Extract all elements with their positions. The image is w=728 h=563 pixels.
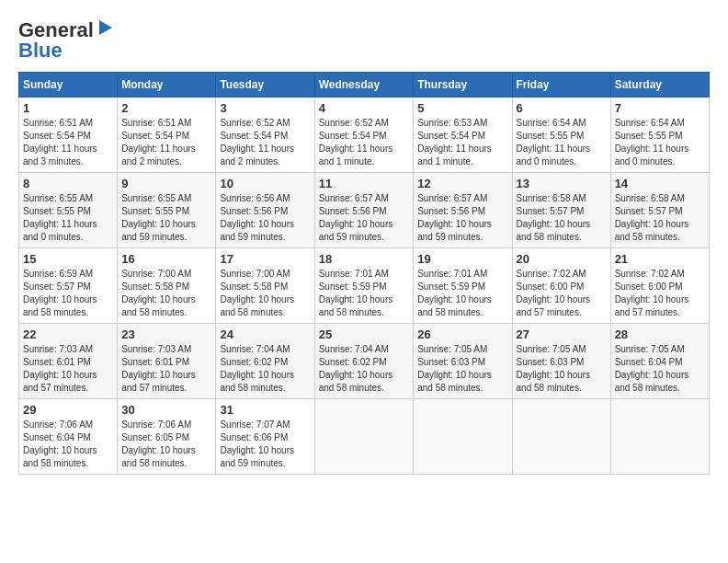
day-number: 30 <box>121 403 211 417</box>
day-info: Sunrise: 7:01 AMSunset: 5:59 PMDaylight:… <box>417 269 492 317</box>
day-number: 2 <box>121 101 211 115</box>
day-number: 3 <box>220 101 310 115</box>
day-number: 24 <box>220 327 310 341</box>
day-info: Sunrise: 6:57 AMSunset: 5:56 PMDaylight:… <box>417 193 492 242</box>
day-number: 20 <box>517 252 607 266</box>
day-info: Sunrise: 6:52 AMSunset: 5:54 PMDaylight:… <box>220 118 294 167</box>
calendar-cell <box>414 399 512 475</box>
day-number: 10 <box>220 177 310 190</box>
day-info: Sunrise: 6:53 AMSunset: 5:54 PMDaylight:… <box>417 118 492 167</box>
calendar-cell: 10 Sunrise: 6:56 AMSunset: 5:56 PMDaylig… <box>216 173 314 248</box>
day-info: Sunrise: 6:55 AMSunset: 5:55 PMDaylight:… <box>121 193 196 242</box>
calendar-cell: 14 Sunrise: 6:58 AMSunset: 5:57 PMDaylig… <box>610 173 709 248</box>
day-number: 17 <box>220 252 310 266</box>
day-info: Sunrise: 7:05 AMSunset: 6:03 PMDaylight:… <box>517 344 591 393</box>
calendar-cell: 22 Sunrise: 7:03 AMSunset: 6:01 PMDaylig… <box>19 324 118 399</box>
day-number: 31 <box>220 403 310 417</box>
day-number: 21 <box>615 252 705 266</box>
calendar-cell: 13 Sunrise: 6:58 AMSunset: 5:57 PMDaylig… <box>512 173 610 248</box>
day-number: 8 <box>23 177 113 190</box>
col-header-tuesday: Tuesday <box>216 73 314 98</box>
day-info: Sunrise: 7:04 AMSunset: 6:02 PMDaylight:… <box>220 344 294 393</box>
day-info: Sunrise: 6:58 AMSunset: 5:57 PMDaylight:… <box>517 193 591 242</box>
calendar-cell: 1 Sunrise: 6:51 AMSunset: 5:54 PMDayligh… <box>19 98 118 173</box>
day-number: 27 <box>517 327 607 341</box>
col-header-friday: Friday <box>512 73 610 98</box>
calendar-cell: 3 Sunrise: 6:52 AMSunset: 5:54 PMDayligh… <box>216 98 314 173</box>
calendar-cell: 12 Sunrise: 6:57 AMSunset: 5:56 PMDaylig… <box>414 173 512 248</box>
day-number: 6 <box>517 101 607 115</box>
day-info: Sunrise: 6:54 AMSunset: 5:55 PMDaylight:… <box>615 118 689 167</box>
col-header-thursday: Thursday <box>414 73 512 98</box>
calendar-cell: 26 Sunrise: 7:05 AMSunset: 6:03 PMDaylig… <box>414 324 512 399</box>
day-info: Sunrise: 7:05 AMSunset: 6:03 PMDaylight:… <box>417 344 492 393</box>
day-info: Sunrise: 7:00 AMSunset: 5:58 PMDaylight:… <box>121 269 196 317</box>
day-info: Sunrise: 7:01 AMSunset: 5:59 PMDaylight:… <box>319 269 393 317</box>
day-number: 18 <box>319 252 410 266</box>
day-info: Sunrise: 7:02 AMSunset: 6:00 PMDaylight:… <box>615 269 689 317</box>
day-info: Sunrise: 6:59 AMSunset: 5:57 PMDaylight:… <box>23 269 97 317</box>
day-number: 1 <box>23 101 113 115</box>
day-info: Sunrise: 7:05 AMSunset: 6:04 PMDaylight:… <box>615 344 689 393</box>
day-number: 28 <box>615 327 705 341</box>
day-number: 19 <box>417 252 507 266</box>
day-info: Sunrise: 7:02 AMSunset: 6:00 PMDaylight:… <box>517 269 591 317</box>
day-number: 16 <box>121 252 211 266</box>
calendar-cell: 16 Sunrise: 7:00 AMSunset: 5:58 PMDaylig… <box>118 248 216 324</box>
day-number: 5 <box>417 101 507 115</box>
day-info: Sunrise: 7:06 AMSunset: 6:05 PMDaylight:… <box>121 419 196 468</box>
day-info: Sunrise: 6:56 AMSunset: 5:56 PMDaylight:… <box>220 193 294 242</box>
day-number: 15 <box>23 252 113 266</box>
calendar-cell: 17 Sunrise: 7:00 AMSunset: 5:58 PMDaylig… <box>216 248 314 324</box>
calendar-cell <box>512 399 610 475</box>
day-info: Sunrise: 7:00 AMSunset: 5:58 PMDaylight:… <box>220 269 294 317</box>
calendar-cell: 23 Sunrise: 7:03 AMSunset: 6:01 PMDaylig… <box>118 324 216 399</box>
calendar-table: SundayMondayTuesdayWednesdayThursdayFrid… <box>18 72 710 475</box>
day-info: Sunrise: 6:51 AMSunset: 5:54 PMDaylight:… <box>23 118 97 167</box>
day-info: Sunrise: 7:03 AMSunset: 6:01 PMDaylight:… <box>23 344 97 393</box>
day-info: Sunrise: 7:03 AMSunset: 6:01 PMDaylight:… <box>121 344 196 393</box>
calendar-cell <box>610 399 709 475</box>
calendar-cell: 21 Sunrise: 7:02 AMSunset: 6:00 PMDaylig… <box>610 248 709 324</box>
calendar-cell: 2 Sunrise: 6:51 AMSunset: 5:54 PMDayligh… <box>118 98 216 173</box>
calendar-cell: 20 Sunrise: 7:02 AMSunset: 6:00 PMDaylig… <box>512 248 610 324</box>
day-info: Sunrise: 6:55 AMSunset: 5:55 PMDaylight:… <box>23 193 97 242</box>
calendar-cell: 18 Sunrise: 7:01 AMSunset: 5:59 PMDaylig… <box>314 248 414 324</box>
calendar-cell: 29 Sunrise: 7:06 AMSunset: 6:04 PMDaylig… <box>19 399 118 475</box>
day-info: Sunrise: 6:54 AMSunset: 5:55 PMDaylight:… <box>517 118 591 167</box>
calendar-cell: 27 Sunrise: 7:05 AMSunset: 6:03 PMDaylig… <box>512 324 610 399</box>
svg-marker-0 <box>99 20 112 35</box>
day-number: 29 <box>23 403 113 417</box>
col-header-wednesday: Wednesday <box>314 73 414 98</box>
calendar-cell: 30 Sunrise: 7:06 AMSunset: 6:05 PMDaylig… <box>118 399 216 475</box>
calendar-cell: 24 Sunrise: 7:04 AMSunset: 6:02 PMDaylig… <box>216 324 314 399</box>
calendar-cell: 31 Sunrise: 7:07 AMSunset: 6:06 PMDaylig… <box>216 399 314 475</box>
day-info: Sunrise: 7:04 AMSunset: 6:02 PMDaylight:… <box>319 344 393 393</box>
calendar-cell: 15 Sunrise: 6:59 AMSunset: 5:57 PMDaylig… <box>19 248 118 324</box>
day-number: 4 <box>319 101 410 115</box>
day-number: 12 <box>417 177 507 190</box>
day-info: Sunrise: 6:58 AMSunset: 5:57 PMDaylight:… <box>615 193 689 242</box>
calendar-cell: 28 Sunrise: 7:05 AMSunset: 6:04 PMDaylig… <box>610 324 709 399</box>
logo: General Blue <box>18 18 116 63</box>
day-info: Sunrise: 6:57 AMSunset: 5:56 PMDaylight:… <box>319 193 393 242</box>
day-number: 23 <box>121 327 211 341</box>
day-number: 9 <box>121 177 211 190</box>
col-header-sunday: Sunday <box>19 73 118 98</box>
day-number: 26 <box>417 327 507 341</box>
calendar-cell: 6 Sunrise: 6:54 AMSunset: 5:55 PMDayligh… <box>512 98 610 173</box>
day-info: Sunrise: 7:06 AMSunset: 6:04 PMDaylight:… <box>23 419 97 468</box>
calendar-cell: 5 Sunrise: 6:53 AMSunset: 5:54 PMDayligh… <box>414 98 512 173</box>
day-number: 13 <box>517 177 607 190</box>
day-number: 25 <box>319 327 410 341</box>
day-info: Sunrise: 6:51 AMSunset: 5:54 PMDaylight:… <box>121 118 196 167</box>
calendar-cell: 4 Sunrise: 6:52 AMSunset: 5:54 PMDayligh… <box>314 98 414 173</box>
day-number: 14 <box>615 177 705 190</box>
day-number: 22 <box>23 327 113 341</box>
calendar-cell: 9 Sunrise: 6:55 AMSunset: 5:55 PMDayligh… <box>118 173 216 248</box>
calendar-cell: 25 Sunrise: 7:04 AMSunset: 6:02 PMDaylig… <box>314 324 414 399</box>
calendar-cell: 7 Sunrise: 6:54 AMSunset: 5:55 PMDayligh… <box>610 98 709 173</box>
logo-blue: Blue <box>18 39 63 63</box>
calendar-cell <box>314 399 414 475</box>
day-number: 11 <box>319 177 410 190</box>
